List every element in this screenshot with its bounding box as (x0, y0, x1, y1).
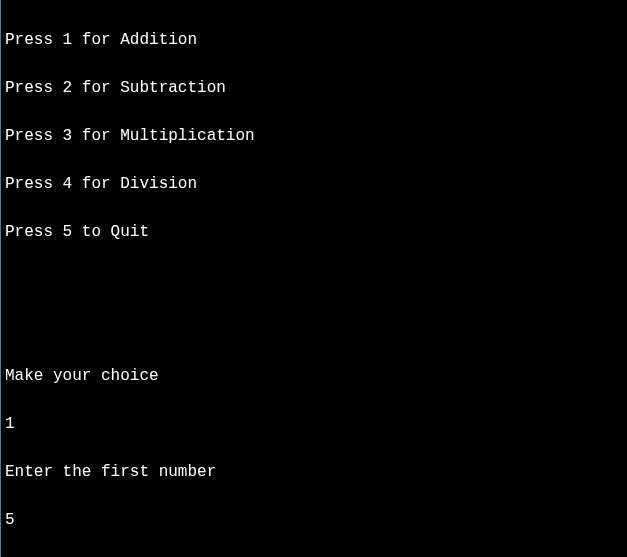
menu-line-quit: Press 5 to Quit (5, 220, 623, 244)
menu-line-multiplication: Press 3 for Multiplication (5, 124, 623, 148)
menu-line-addition: Press 1 for Addition (5, 28, 623, 52)
blank-line (5, 316, 623, 340)
input-choice: 1 (5, 412, 623, 436)
input-first-number: 5 (5, 508, 623, 532)
menu-line-division: Press 4 for Division (5, 172, 623, 196)
prompt-first-number: Enter the first number (5, 460, 623, 484)
prompt-choice: Make your choice (5, 364, 623, 388)
blank-line (5, 268, 623, 292)
menu-line-subtraction: Press 2 for Subtraction (5, 76, 623, 100)
terminal-output: Press 1 for Addition Press 2 for Subtrac… (5, 4, 623, 557)
